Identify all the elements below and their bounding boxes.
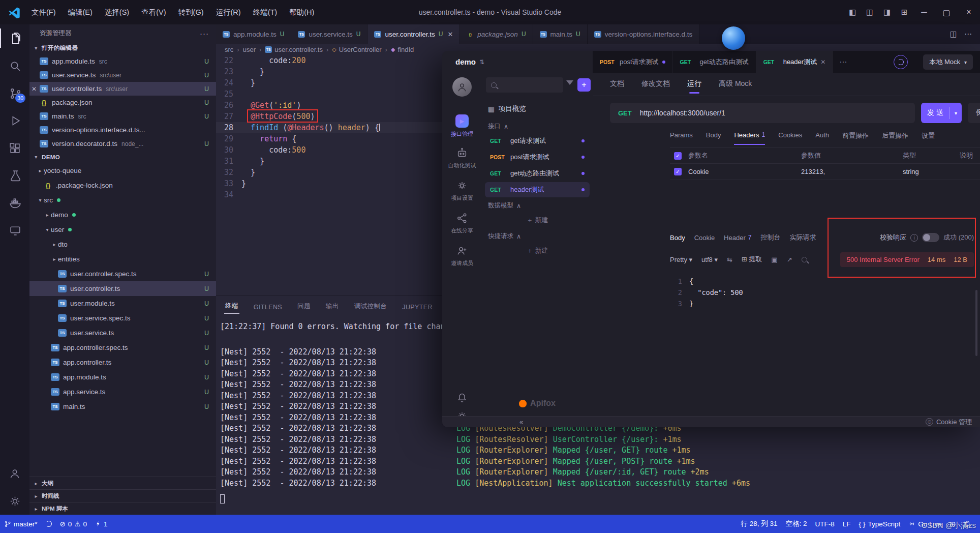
config-tab-Headers[interactable]: Headers1 xyxy=(734,131,765,145)
view-tab-高级 Mock[interactable]: 高级 Mock xyxy=(719,79,752,94)
quick-request-group-header[interactable]: 快捷请求∧ xyxy=(488,232,521,241)
cursor-position[interactable]: 行 28, 列 31 xyxy=(737,519,782,528)
explorer-icon[interactable] xyxy=(0,24,29,52)
menu-item[interactable]: 选择(S) xyxy=(99,5,135,20)
language-mode[interactable]: { } TypeScript xyxy=(855,520,905,528)
menu-item[interactable]: 转到(G) xyxy=(172,5,210,20)
sidebar-section-时间线[interactable]: ▸时间线 xyxy=(29,489,216,502)
open-editor-item[interactable]: TSmain.tssrcU xyxy=(29,109,216,123)
open-editor-item[interactable]: TSversion-options.interface.d.ts... xyxy=(29,123,216,137)
tree-folder[interactable]: ▸entities xyxy=(29,252,216,266)
response-tab-Header[interactable]: Header7 xyxy=(724,234,751,242)
extensions-icon[interactable] xyxy=(0,134,29,162)
customize-layout-icon[interactable]: ⊞ xyxy=(896,5,913,20)
url-input[interactable]: GET http://localhost:3000/user/1 xyxy=(610,103,915,123)
new-quick-request-button[interactable]: ＋ 新建 xyxy=(482,246,593,255)
project-overview-item[interactable]: ▦ 项目概览 xyxy=(488,102,526,116)
rail-item-邀请成员[interactable]: 邀请成员 xyxy=(442,242,482,275)
tree-file[interactable]: TSapp.controller.spec.tsU xyxy=(29,340,216,355)
editor-tab[interactable]: TSversion-options.interface.d.ts xyxy=(588,24,700,44)
close-icon[interactable]: ✕ xyxy=(447,31,453,38)
indentation[interactable]: 空格: 2 xyxy=(782,519,811,528)
panel-tab-GITLENS[interactable]: GITLENS xyxy=(253,301,283,314)
open-editor-item[interactable]: ✕TSuser.controller.tssrc\userU xyxy=(29,82,216,96)
tree-file[interactable]: TSmain.tsU xyxy=(29,399,216,414)
panel-tab-问题[interactable]: 问题 xyxy=(296,299,312,314)
wrap-icon[interactable]: ⇆ xyxy=(727,256,732,263)
open-external-icon[interactable]: ↗ xyxy=(787,256,792,263)
tree-file[interactable]: TSuser.controller.tsU xyxy=(29,281,216,296)
bell-icon[interactable] xyxy=(457,393,467,403)
config-tab-后置操作[interactable]: 后置操作 xyxy=(882,131,908,145)
api-item-post请求测试[interactable]: POSTpost请求测试 xyxy=(485,150,590,165)
response-tab-实际请求[interactable]: 实际请求 xyxy=(789,233,816,242)
testing-icon[interactable] xyxy=(0,162,29,189)
search-icon[interactable] xyxy=(802,257,807,262)
open-editor-item[interactable]: TSversion.decorator.d.tsnode_...U xyxy=(29,137,216,151)
tree-file[interactable]: {}.package-lock.json xyxy=(29,178,216,193)
editor-tab[interactable]: TSmain.tsU xyxy=(533,24,588,44)
sidebar-section-NPM 脚本[interactable]: ▸NPM 脚本 xyxy=(29,502,216,515)
refresh-icon[interactable] xyxy=(894,55,908,69)
more-actions-icon[interactable]: ··· xyxy=(200,29,209,38)
branch-indicator[interactable]: master* xyxy=(0,515,42,533)
checkbox-checked[interactable]: ✓ xyxy=(674,152,682,160)
project-section[interactable]: ▾ DEMO xyxy=(29,151,216,163)
extract-button[interactable]: ⊞ 提取 xyxy=(742,255,762,264)
panel-tab-输出[interactable]: 输出 xyxy=(325,299,340,314)
settings-gear-icon[interactable] xyxy=(0,487,29,515)
encoding-select[interactable]: utf8 ▾ xyxy=(701,256,718,263)
breadcrumb-item[interactable]: ◇UserController xyxy=(332,46,381,53)
config-tab-Auth[interactable]: Auth xyxy=(815,131,829,145)
config-tab-Params[interactable]: Params xyxy=(670,131,693,145)
add-button[interactable]: + xyxy=(577,78,591,92)
breadcrumb-item[interactable]: src xyxy=(225,46,233,53)
close-icon[interactable]: ✕ xyxy=(32,85,40,93)
response-tab-Body[interactable]: Body xyxy=(670,234,685,242)
tree-file[interactable]: TSapp.service.tsU xyxy=(29,384,216,399)
collapse-sidebar-button[interactable]: « xyxy=(519,418,523,426)
save-button[interactable]: 保存 xyxy=(968,103,980,123)
breadcrumb-item[interactable]: ◆findId xyxy=(391,46,414,53)
tree-file[interactable]: TSuser.service.spec.tsU xyxy=(29,311,216,325)
response-tab-控制台[interactable]: 控制台 xyxy=(760,233,780,242)
toggle-panel-icon[interactable]: ◫ xyxy=(861,5,878,20)
editor-tab[interactable]: TSuser.controller.tsU✕ xyxy=(368,24,460,44)
eol-indicator[interactable]: LF xyxy=(839,520,855,528)
panel-tab-JUPYTER[interactable]: JUPYTER xyxy=(401,301,434,314)
search-input[interactable] xyxy=(486,77,563,93)
problems-indicator[interactable]: ⊘0 ⚠0 xyxy=(56,515,91,533)
api-item-header测试[interactable]: GETheader测试 xyxy=(485,182,590,197)
tree-file[interactable]: TSapp.controller.tsU xyxy=(29,355,216,370)
more-actions-icon[interactable]: ⋯ xyxy=(964,29,972,39)
menu-item[interactable]: 帮助(H) xyxy=(283,5,320,20)
sync-button[interactable] xyxy=(42,515,56,533)
open-editor-item[interactable]: TSuser.service.tssrc\userU xyxy=(29,68,216,82)
sidebar-section-大纲[interactable]: ▸大纲 xyxy=(29,477,216,489)
menu-item[interactable]: 编辑(E) xyxy=(62,5,99,20)
menu-item[interactable]: 终端(T) xyxy=(247,5,284,20)
tree-file[interactable]: TSuser.module.tsU xyxy=(29,296,216,311)
editor-tab[interactable]: TSuser.service.tsU xyxy=(291,24,368,44)
new-model-button[interactable]: ＋ 新建 xyxy=(482,216,593,225)
apifox-tab[interactable]: GETheader测试✕ xyxy=(756,51,834,73)
avatar[interactable] xyxy=(452,77,472,97)
view-tab-文档[interactable]: 文档 xyxy=(610,79,624,94)
format-select[interactable]: Pretty ▾ xyxy=(670,256,692,263)
menu-item[interactable]: 文件(F) xyxy=(25,5,62,20)
view-tab-修改文档[interactable]: 修改文档 xyxy=(641,79,670,94)
tree-folder[interactable]: ▾user xyxy=(29,222,216,237)
config-tab-Cookies[interactable]: Cookies xyxy=(778,131,802,145)
rail-item-自动化测试[interactable]: 自动化测试 xyxy=(442,144,482,177)
panel-tab-调试控制台[interactable]: 调试控制台 xyxy=(353,299,388,314)
open-editors-section[interactable]: ▾ 打开的编辑器 xyxy=(29,42,216,54)
encoding[interactable]: UTF-8 xyxy=(811,520,839,528)
tree-folder[interactable]: ▸demo xyxy=(29,208,216,222)
response-tab-Cookie[interactable]: Cookie xyxy=(694,234,715,242)
tree-file[interactable]: TSuser.service.tsU xyxy=(29,325,216,340)
menu-item[interactable]: 查看(V) xyxy=(135,5,172,20)
open-editor-item[interactable]: {}package.jsonU xyxy=(29,96,216,109)
local-mock-button[interactable]: 本地 Mock▾ xyxy=(923,54,973,70)
config-tab-Body[interactable]: Body xyxy=(706,131,721,145)
config-tab-设置[interactable]: 设置 xyxy=(922,131,935,145)
